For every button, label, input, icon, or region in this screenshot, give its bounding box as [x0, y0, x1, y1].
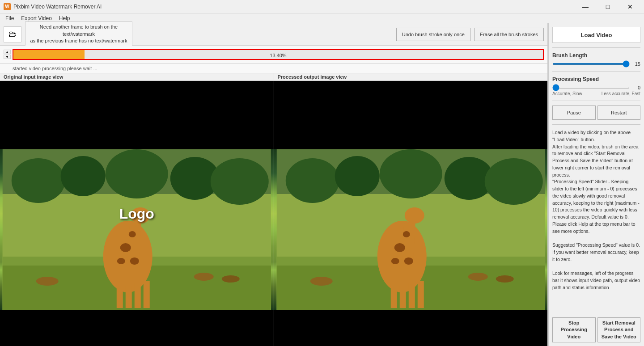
svg-point-31 [484, 158, 542, 205]
right-panel: Load Video Brush Length 15 Processing Sp… [548, 23, 644, 346]
giraffe-scene-processed [274, 149, 548, 310]
stop-processing-button[interactable]: Stop Processing Video [552, 317, 596, 342]
erase-brush-button[interactable]: Erase all the brush strokes [474, 28, 544, 41]
svg-rect-19 [126, 286, 132, 308]
scroll-buttons: ▲ ▼ [4, 50, 11, 59]
svg-point-49 [496, 275, 513, 283]
svg-point-14 [120, 243, 131, 252]
processing-speed-labels: Accurate, Slow Less accurate, Fast [552, 91, 640, 96]
svg-point-17 [129, 231, 136, 237]
status-text-bar: started video processing please wait ... [0, 63, 547, 73]
video-area: Original input image view [0, 73, 547, 346]
help-text: Load a video by clicking on the above "L… [552, 129, 640, 314]
svg-marker-36 [402, 221, 415, 261]
bottom-buttons: Stop Processing Video Start Removal Proc… [552, 317, 640, 342]
svg-point-42 [402, 231, 410, 237]
svg-rect-44 [399, 286, 406, 308]
scroll-down-button[interactable]: ▼ [4, 55, 11, 59]
toolbar: 🗁 Need another frame to brush on the tex… [0, 23, 547, 46]
svg-rect-13 [141, 210, 145, 218]
menu-help[interactable]: Help [55, 14, 74, 22]
svg-point-29 [379, 149, 442, 198]
maximize-button[interactable]: □ [597, 0, 618, 13]
title-bar-left: W Pixbim Video Watermark Remover AI [4, 3, 102, 10]
svg-rect-18 [117, 283, 123, 308]
speed-label-left: Accurate, Slow [552, 91, 582, 96]
svg-point-23 [194, 273, 214, 281]
start-removal-button[interactable]: Start Removal Process and Save the Video [597, 317, 641, 342]
divider-2 [552, 71, 640, 72]
progress-area: ▲ ▼ 13.40% [0, 46, 547, 63]
close-button[interactable]: ✕ [620, 0, 640, 13]
divider-3 [552, 101, 640, 101]
brush-length-row: 15 [552, 61, 640, 67]
svg-point-2 [12, 158, 65, 203]
processing-speed-slider[interactable] [552, 87, 630, 89]
app-icon: W [4, 3, 11, 10]
svg-point-27 [285, 158, 339, 203]
svg-rect-43 [390, 283, 397, 308]
giraffe-svg-processed [274, 149, 548, 310]
svg-point-22 [36, 277, 59, 286]
undo-brush-button[interactable]: Undo brush stroke only once [396, 28, 470, 41]
title-text: Pixbim Video Watermark Remover AI [13, 4, 102, 10]
title-bar-controls: — □ ✕ [575, 0, 640, 13]
brush-length-section: Brush Length 15 [552, 52, 640, 67]
divider-1 [552, 47, 640, 48]
processing-speed-row: 0 [552, 85, 640, 90]
open-folder-button[interactable]: 🗁 [4, 26, 21, 42]
menu-file[interactable]: File [2, 14, 17, 22]
brush-length-slider[interactable] [552, 63, 630, 65]
svg-rect-38 [415, 210, 419, 218]
menu-export-video[interactable]: Export Video [17, 14, 55, 22]
main-container: 🗁 Need another frame to brush on the tex… [0, 23, 644, 346]
black-top-processed [274, 81, 548, 143]
giraffe-svg-original [0, 149, 274, 310]
svg-point-4 [106, 149, 168, 198]
svg-point-12 [131, 207, 150, 224]
original-video-panel: Original input image view [0, 73, 274, 346]
svg-point-40 [404, 257, 413, 265]
progress-bar-container: 13.40% [13, 49, 544, 60]
svg-rect-20 [135, 283, 141, 308]
restart-button[interactable]: Restart [597, 105, 641, 120]
hint-line1: Need another frame to brush on the text/… [29, 24, 128, 38]
hint-line2: as the previous frame has no text/waterm… [29, 38, 128, 44]
scroll-up-button[interactable]: ▲ [4, 50, 11, 54]
svg-point-47 [310, 277, 332, 286]
svg-point-3 [61, 156, 106, 196]
svg-point-16 [117, 258, 125, 264]
load-video-button[interactable]: Load Video [552, 27, 640, 43]
minimize-button[interactable]: — [575, 0, 596, 13]
brush-length-title: Brush Length [552, 52, 640, 59]
original-video-canvas[interactable]: Logo [0, 81, 274, 346]
processed-video-canvas[interactable] [274, 81, 548, 346]
svg-rect-46 [417, 281, 424, 308]
svg-point-37 [404, 207, 424, 224]
brush-length-value: 15 [631, 61, 640, 67]
folder-icon: 🗁 [8, 30, 17, 39]
processing-speed-title: Processing Speed [552, 76, 640, 82]
svg-marker-11 [128, 221, 141, 261]
processed-video-label: Processed output image view [274, 73, 548, 81]
status-text: started video processing please wait ... [13, 66, 97, 71]
speed-label-right: Less accurate, Fast [602, 91, 640, 96]
svg-rect-21 [144, 281, 150, 308]
left-area: 🗁 Need another frame to brush on the tex… [0, 23, 548, 346]
svg-point-15 [130, 257, 139, 265]
svg-point-48 [468, 273, 487, 281]
processed-video-panel: Processed output image view [274, 73, 548, 346]
black-bottom-processed [274, 310, 548, 346]
processing-speed-value: 0 [631, 85, 640, 90]
title-bar: W Pixbim Video Watermark Remover AI — □ … [0, 0, 644, 13]
pause-button[interactable]: Pause [552, 105, 596, 120]
svg-rect-45 [408, 283, 415, 308]
pause-restart-row: Pause Restart [552, 105, 640, 120]
black-top-original [0, 81, 274, 143]
giraffe-scene-original [0, 149, 274, 310]
svg-point-24 [222, 275, 240, 283]
progress-text: 13.40% [13, 50, 543, 60]
processing-speed-section: Processing Speed 0 Accurate, Slow Less a… [552, 76, 640, 96]
svg-point-28 [335, 156, 379, 196]
svg-point-41 [391, 258, 399, 264]
